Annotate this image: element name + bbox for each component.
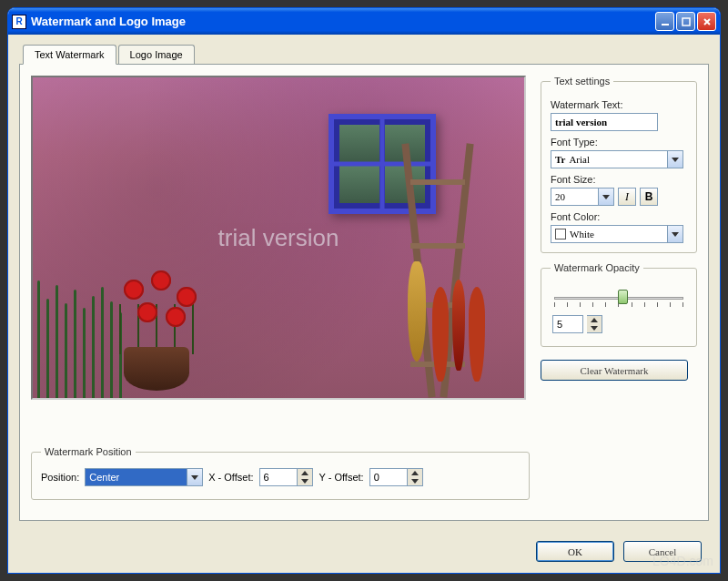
font-size-value: 20 (555, 191, 565, 202)
tab-panel: trial version Text settings Watermark Te… (19, 64, 709, 521)
italic-button[interactable]: I (618, 188, 636, 206)
preview-chilis (452, 280, 465, 371)
text-settings-group: Text settings Watermark Text: Font Type:… (541, 76, 697, 253)
opacity-spinner[interactable] (587, 315, 602, 333)
font-color-label: Font Color: (551, 211, 687, 222)
font-type-value: Arial (569, 154, 590, 165)
app-icon: R (12, 15, 26, 29)
opacity-group: Watermark Opacity (541, 262, 697, 347)
spin-up-icon[interactable] (408, 469, 422, 477)
chevron-down-icon (187, 469, 202, 485)
minimize-button[interactable] (655, 12, 674, 31)
position-select[interactable]: Center (85, 468, 203, 486)
clear-watermark-button[interactable]: Clear Watermark (541, 360, 688, 381)
chevron-down-icon (667, 151, 682, 168)
watermark-text-input[interactable] (551, 113, 658, 131)
font-color-select[interactable]: White (551, 225, 683, 243)
x-offset-input[interactable] (259, 468, 298, 486)
opacity-slider[interactable] (552, 288, 685, 310)
y-offset-spinner[interactable] (408, 468, 423, 486)
maximize-button[interactable] (676, 12, 695, 31)
spin-down-icon[interactable] (587, 324, 602, 332)
cancel-button[interactable]: Cancel (623, 541, 702, 562)
preview-flowerpot (124, 347, 189, 391)
color-swatch-icon (555, 229, 566, 240)
truetype-icon: Tr (555, 154, 565, 165)
svg-rect-1 (682, 18, 690, 25)
svg-rect-0 (662, 24, 669, 25)
preview-corn (408, 261, 426, 362)
spin-down-icon[interactable] (408, 477, 422, 485)
opacity-legend: Watermark Opacity (551, 262, 643, 273)
dialog-window: R Watermark and Logo Image Text Watermar… (7, 7, 721, 574)
font-size-label: Font Size: (551, 174, 687, 185)
y-offset-input[interactable] (369, 468, 408, 486)
slider-thumb-icon[interactable] (618, 290, 628, 304)
bold-button[interactable]: B (640, 188, 658, 206)
position-group: Watermark Position Position: Center X - … (31, 446, 530, 500)
font-size-select[interactable]: 20 (551, 188, 614, 206)
watermark-overlay-text: trial version (218, 224, 339, 252)
opacity-value-input[interactable] (552, 315, 583, 333)
font-color-value: White (570, 229, 594, 240)
y-offset-label: Y - Offset: (319, 472, 364, 483)
spin-up-icon[interactable] (298, 469, 312, 477)
tab-strip: Text Watermark Logo Image (23, 44, 709, 64)
titlebar[interactable]: R Watermark and Logo Image (8, 8, 720, 35)
preview-ladder (397, 143, 479, 398)
font-type-label: Font Type: (551, 137, 687, 148)
font-type-select[interactable]: Tr Arial (551, 150, 683, 168)
preview-flowers (106, 270, 215, 352)
close-button[interactable] (697, 12, 716, 31)
text-settings-legend: Text settings (551, 76, 613, 87)
x-offset-spinner[interactable] (298, 468, 313, 486)
spin-up-icon[interactable] (587, 316, 602, 324)
watermark-text-label: Watermark Text: (551, 99, 687, 110)
tab-text-watermark[interactable]: Text Watermark (23, 45, 116, 65)
position-label: Position: (41, 472, 79, 483)
x-offset-label: X - Offset: (208, 472, 253, 483)
watermark-preview: trial version (31, 76, 526, 400)
spin-down-icon[interactable] (298, 477, 312, 485)
tab-logo-image[interactable]: Logo Image (118, 45, 195, 65)
ok-button[interactable]: OK (536, 541, 614, 562)
chevron-down-icon (667, 226, 682, 242)
position-legend: Watermark Position (41, 446, 136, 457)
window-title: Watermark and Logo Image (31, 15, 655, 28)
chevron-down-icon (598, 189, 613, 205)
position-value: Center (89, 472, 119, 483)
